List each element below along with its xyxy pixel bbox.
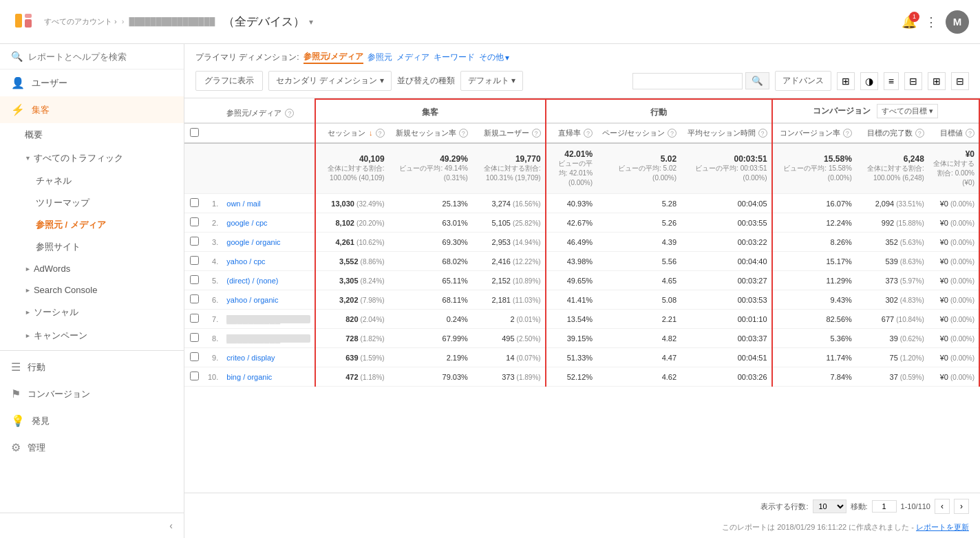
primary-dim-media[interactable]: メディア — [396, 52, 429, 63]
sidebar-search-input[interactable] — [28, 52, 173, 62]
compare-view-btn[interactable]: ⊟ — [904, 72, 922, 90]
sidebar-collapse-btn[interactable]: ‹ — [0, 513, 184, 538]
sidebar-item-campaign[interactable]: ► キャンペーン — [0, 324, 184, 347]
row-name-4[interactable]: (direct) / (none) — [222, 271, 315, 290]
table-search-btn[interactable]: 🔍 — [745, 72, 769, 89]
pie-view-btn[interactable]: ◑ — [860, 72, 878, 90]
sidebar-item-all-traffic[interactable]: ▼ すべてのトラフィック — [0, 147, 184, 170]
sidebar-item-channel[interactable]: チャネル — [0, 170, 184, 192]
row-bounce-1: 42.67% — [546, 213, 597, 233]
sidebar-item-audience[interactable]: ⚡ 集客 — [0, 96, 184, 123]
prev-page-btn[interactable]: ‹ — [935, 499, 950, 514]
all-goals-btn[interactable]: すべての目標 ▾ — [877, 104, 938, 118]
row-name-9[interactable]: bing / organic — [222, 367, 315, 387]
row-checkbox-0[interactable] — [184, 194, 204, 213]
row-goal-value-2: ¥0 (0.00%) — [928, 233, 979, 252]
row-goal-complete-8: 75 (1.20%) — [856, 348, 928, 367]
user-avatar[interactable]: M — [946, 10, 969, 34]
col-header-new-users[interactable]: 新規ユーザー ? — [472, 123, 546, 143]
row-checkbox-7[interactable] — [184, 329, 204, 348]
row-name-6[interactable]: ██████████ / referral — [222, 310, 315, 329]
row-checkbox-3[interactable] — [184, 252, 204, 271]
primary-dim-referral[interactable]: 参照元 — [368, 52, 392, 63]
row-checkbox-4[interactable] — [184, 271, 204, 290]
row-conv-rate-5: 9.43% — [772, 290, 856, 310]
col-header-avg-time[interactable]: 平均セッション時間 ? — [681, 123, 771, 143]
referral-info-icon[interactable]: ? — [285, 109, 294, 118]
graph-view-btn[interactable]: グラフに表示 — [195, 71, 263, 91]
sidebar-item-search-console[interactable]: ► Search Console — [0, 279, 184, 301]
row-name-7[interactable]: ██████████ / referral — [222, 329, 315, 348]
secondary-dim-btn[interactable]: セカンダリ ディメンション ▾ — [268, 71, 392, 91]
col-header-session[interactable]: セッション ↓ ? — [315, 123, 388, 143]
sidebar-item-admin[interactable]: ⚙ 管理 — [0, 434, 184, 461]
sidebar-item-referral[interactable]: 参照サイト — [0, 236, 184, 258]
row-checkbox-9[interactable] — [184, 367, 204, 387]
row-name-3[interactable]: yahoo / cpc — [222, 252, 315, 271]
advance-btn[interactable]: アドバンス — [775, 71, 831, 91]
primary-dim-keyword[interactable]: キーワード — [434, 52, 475, 63]
sidebar-item-adwords[interactable]: ► AdWords — [0, 258, 184, 279]
row-goal-complete-7: 39 (0.62%) — [856, 329, 928, 348]
col-header-page-session[interactable]: ページ/セッション ? — [597, 123, 681, 143]
col-header-bounce[interactable]: 直帰率 ? — [546, 123, 597, 143]
row-checkbox-8[interactable] — [184, 348, 204, 367]
session-info-icon[interactable]: ? — [376, 129, 385, 138]
col-header-conv-rate[interactable]: コンバージョン率 ? — [772, 123, 856, 143]
new-session-info-icon[interactable]: ? — [459, 129, 468, 138]
sort-btn[interactable]: デフォルト ▾ — [460, 71, 523, 91]
table-row: 3. google / organic 4,261 (10.62%) 69.30… — [184, 233, 979, 252]
sidebar-item-conversion[interactable]: ⚑ コンバージョン — [0, 380, 184, 407]
row-page-session-8: 4.47 — [597, 348, 681, 367]
sidebar-item-treemap[interactable]: ツリーマップ — [0, 192, 184, 214]
page-input[interactable] — [872, 500, 897, 513]
sidebar-item-user[interactable]: 👤 ユーザー — [0, 69, 184, 96]
rows-select[interactable]: 10 25 50 100 — [813, 499, 846, 513]
row-name-0[interactable]: own / mail — [222, 194, 315, 213]
bounce-info-icon[interactable]: ? — [584, 129, 593, 138]
col-header-goal-value[interactable]: 目標値 ? — [928, 123, 979, 143]
next-page-btn[interactable]: › — [954, 499, 969, 514]
row-session-2: 4,261 (10.62%) — [315, 233, 388, 252]
row-name-1[interactable]: google / cpc — [222, 213, 315, 233]
row-checkbox-6[interactable] — [184, 310, 204, 329]
row-checkbox-1[interactable] — [184, 213, 204, 233]
select-all-input[interactable] — [190, 128, 199, 137]
row-checkbox-5[interactable] — [184, 290, 204, 310]
refresh-link[interactable]: レポートを更新 — [916, 523, 969, 531]
grid-view-btn[interactable]: ⊞ — [837, 72, 855, 90]
app-header: すべてのアカウント › › ████████████████ （全デバイス） ▾… — [0, 0, 980, 44]
col-header-goal-complete[interactable]: 目標の完了数 ? — [856, 123, 928, 143]
row-avg-time-8: 00:04:51 — [681, 348, 771, 367]
sidebar-item-referral-media[interactable]: 参照元 / メディア — [0, 214, 184, 236]
row-conv-rate-1: 12.24% — [772, 213, 856, 233]
primary-dim-current[interactable]: 参照元/メディア — [303, 51, 363, 64]
row-name-5[interactable]: yahoo / organic — [222, 290, 315, 310]
table-search-input[interactable] — [632, 73, 743, 89]
sidebar-item-discover[interactable]: 💡 発見 — [0, 407, 184, 434]
primary-dim-other[interactable]: その他 ▾ — [479, 52, 509, 63]
select-all-checkbox[interactable] — [184, 123, 204, 143]
custom-view-btn[interactable]: ⊟ — [951, 72, 969, 90]
sidebar-item-behavior[interactable]: ☰ 行動 — [0, 354, 184, 380]
sidebar-item-overview[interactable]: 概要 — [0, 123, 184, 147]
row-checkbox-2[interactable] — [184, 233, 204, 252]
avg-time-info-icon[interactable]: ? — [758, 129, 767, 138]
col-header-new-session-rate[interactable]: 新規セッション率 ? — [389, 123, 472, 143]
sidebar-item-social[interactable]: ► ソーシャル — [0, 301, 184, 324]
pivot-view-btn[interactable]: ⊞ — [928, 72, 946, 90]
more-options-icon[interactable]: ⋮ — [925, 14, 937, 30]
row-name-8[interactable]: criteo / display — [222, 348, 315, 367]
goal-complete-info-icon[interactable]: ? — [915, 129, 924, 138]
notification-bell[interactable]: 🔔 1 — [902, 14, 917, 30]
row-bounce-9: 52.12% — [546, 367, 597, 387]
row-name-2[interactable]: google / organic — [222, 233, 315, 252]
page-session-info-icon[interactable]: ? — [668, 129, 677, 138]
header-dropdown-icon[interactable]: ▾ — [309, 17, 313, 27]
triangle-right-social-icon: ► — [25, 309, 31, 316]
new-user-info-icon[interactable]: ? — [532, 129, 541, 138]
list-view-btn[interactable]: ≡ — [884, 72, 899, 90]
goal-value-info-icon[interactable]: ? — [966, 129, 974, 138]
row-session-1: 8,102 (20.20%) — [315, 213, 388, 233]
conv-rate-info-icon[interactable]: ? — [843, 129, 852, 138]
